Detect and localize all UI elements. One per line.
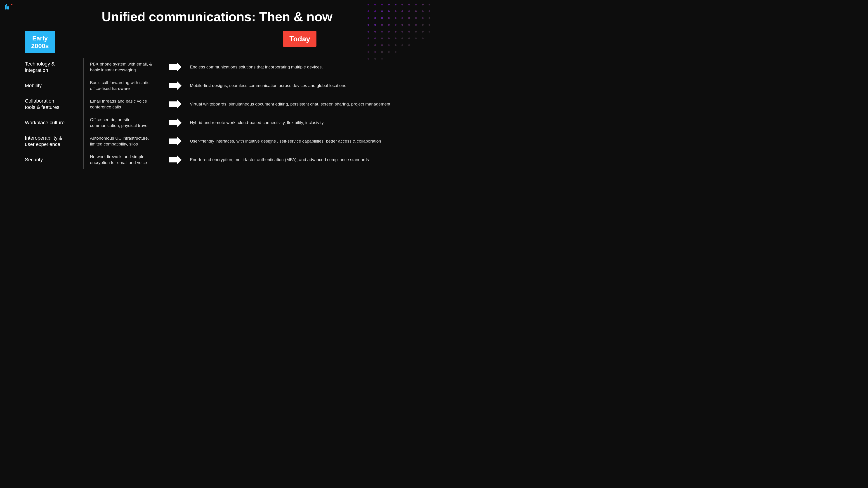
svg-rect-0 <box>5 5 6 9</box>
svg-point-60 <box>408 37 410 39</box>
svg-point-23 <box>429 10 430 12</box>
svg-point-48 <box>395 31 397 33</box>
svg-point-47 <box>388 31 390 33</box>
svg-point-10 <box>408 4 410 5</box>
svg-point-14 <box>368 10 369 12</box>
svg-point-35 <box>374 24 376 26</box>
svg-point-69 <box>408 44 410 46</box>
svg-point-67 <box>395 44 397 46</box>
svg-point-52 <box>422 31 424 33</box>
comparison-row-5: Network firewalls and simple encryption … <box>84 151 409 169</box>
svg-point-54 <box>368 37 369 39</box>
comparison-row-2: Email threads and basic voice conference… <box>84 95 409 113</box>
svg-marker-81 <box>169 118 182 127</box>
svg-point-34 <box>368 24 369 26</box>
svg-point-74 <box>395 51 397 53</box>
today-col-4: User-friendly interfaces, with intuitive… <box>185 136 409 146</box>
svg-point-56 <box>381 37 383 39</box>
svg-point-20 <box>408 10 410 12</box>
svg-point-3 <box>11 4 12 5</box>
svg-point-42 <box>422 24 424 26</box>
rows-container: PBX phone system with email, & basic ins… <box>84 58 409 169</box>
today-col-0: Endless communications solutions that in… <box>185 62 409 72</box>
svg-point-26 <box>381 17 383 19</box>
svg-point-53 <box>429 31 430 33</box>
svg-point-41 <box>415 24 417 26</box>
early-col-2: Email threads and basic voice conference… <box>84 96 165 112</box>
category-2: Collaborationtools & features <box>25 95 79 113</box>
svg-point-75 <box>368 58 369 60</box>
svg-point-59 <box>401 37 403 39</box>
comparison-row-4: Autonomous UC infrastructure, limited co… <box>84 132 409 151</box>
svg-point-64 <box>374 44 376 46</box>
svg-point-22 <box>422 10 424 12</box>
category-3: Workplace culture <box>25 113 79 132</box>
badges-row: Early2000s Today <box>13 31 421 53</box>
svg-point-76 <box>374 58 376 60</box>
category-1: Mobility <box>25 76 79 95</box>
svg-point-16 <box>381 10 383 12</box>
svg-point-66 <box>388 44 390 46</box>
svg-point-9 <box>401 4 403 5</box>
svg-rect-1 <box>7 6 9 9</box>
arrow-col-5 <box>165 155 185 164</box>
today-col-2: Virtual whiteboards, simultaneous docume… <box>185 99 409 109</box>
svg-marker-80 <box>169 100 182 109</box>
svg-marker-82 <box>169 137 182 146</box>
svg-point-28 <box>395 17 397 19</box>
comparison-row-0: PBX phone system with email, & basic ins… <box>84 58 409 76</box>
arrow-col-2 <box>165 100 185 109</box>
svg-point-32 <box>422 17 424 19</box>
svg-point-39 <box>401 24 403 26</box>
svg-point-4 <box>368 4 369 5</box>
svg-point-57 <box>388 37 390 39</box>
svg-point-45 <box>374 31 376 33</box>
svg-point-49 <box>401 31 403 33</box>
dot-pattern <box>362 0 434 63</box>
svg-point-17 <box>388 10 390 12</box>
svg-point-36 <box>381 24 383 26</box>
arrow-col-0 <box>165 63 185 72</box>
svg-point-61 <box>415 37 417 39</box>
arrow-col-1 <box>165 81 185 90</box>
svg-point-13 <box>429 4 430 5</box>
logo <box>5 4 14 10</box>
svg-point-63 <box>368 44 369 46</box>
early-col-0: PBX phone system with email, & basic ins… <box>84 59 165 75</box>
badge-early: Early2000s <box>25 31 55 53</box>
svg-point-31 <box>415 17 417 19</box>
svg-point-15 <box>374 10 376 12</box>
svg-point-18 <box>395 10 397 12</box>
arrow-col-3 <box>165 118 185 127</box>
categories-column: Technology &integration Mobility Collabo… <box>25 58 84 169</box>
svg-point-12 <box>422 4 424 5</box>
svg-point-11 <box>415 4 417 5</box>
svg-point-77 <box>381 58 383 60</box>
content-area: Technology &integration Mobility Collabo… <box>13 58 421 169</box>
today-col-3: Hybrid and remote work, cloud-based conn… <box>185 118 409 128</box>
svg-marker-78 <box>169 63 182 72</box>
svg-point-46 <box>381 31 383 33</box>
svg-point-72 <box>381 51 383 53</box>
early-col-4: Autonomous UC infrastructure, limited co… <box>84 133 165 149</box>
svg-point-37 <box>388 24 390 26</box>
svg-marker-79 <box>169 81 182 90</box>
svg-point-6 <box>381 4 383 5</box>
svg-point-71 <box>374 51 376 53</box>
svg-point-65 <box>381 44 383 46</box>
svg-point-51 <box>415 31 417 33</box>
svg-point-43 <box>429 24 430 26</box>
svg-point-44 <box>368 31 369 33</box>
svg-point-68 <box>401 44 403 46</box>
comparison-row-3: Office-centric, on-site communication, p… <box>84 113 409 132</box>
svg-point-19 <box>401 10 403 12</box>
svg-marker-83 <box>169 155 182 164</box>
svg-point-33 <box>429 17 430 19</box>
svg-point-8 <box>395 4 397 5</box>
page-container: Unified communications: Then & now Early… <box>0 0 434 244</box>
badge-today: Today <box>283 31 316 47</box>
category-5: Security <box>25 151 79 169</box>
svg-point-62 <box>422 37 424 39</box>
svg-point-24 <box>368 17 369 19</box>
svg-point-55 <box>374 37 376 39</box>
